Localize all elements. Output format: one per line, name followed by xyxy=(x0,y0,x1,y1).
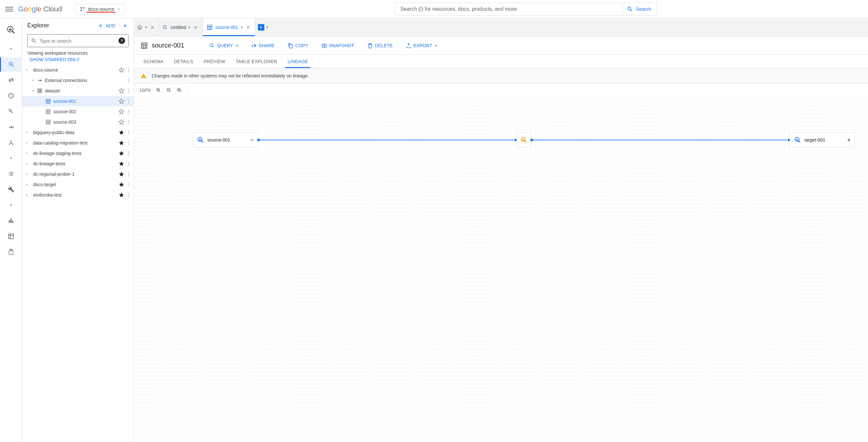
rail-dot-2[interactable] xyxy=(3,151,19,165)
left-nav-rail xyxy=(0,18,22,442)
zoom-out-button[interactable] xyxy=(166,87,172,93)
project-name: docs-source xyxy=(88,6,115,12)
close-icon[interactable] xyxy=(150,24,155,30)
svg-line-5 xyxy=(12,31,14,33)
more-vert-icon[interactable]: ⋮ xyxy=(125,78,132,83)
subtab-details[interactable]: DETAILS xyxy=(169,55,198,68)
bigquery-icon xyxy=(794,136,801,144)
home-tab[interactable]: ▾ xyxy=(134,18,158,36)
zoom-reset-button[interactable] xyxy=(177,87,182,93)
collapse-panel-button[interactable] xyxy=(119,23,129,29)
tree-table-source-003[interactable]: source-003 ⋮ xyxy=(22,117,134,127)
star-outline-icon[interactable] xyxy=(118,88,125,94)
tree-project[interactable]: bigquery-public-data⋮ xyxy=(22,127,134,138)
svg-rect-22 xyxy=(40,90,41,91)
rail-table[interactable] xyxy=(3,229,19,244)
subtab-table-explorer[interactable]: TABLE EXPLORER xyxy=(230,55,283,68)
tree-project[interactable]: emilsroka-test⋮ xyxy=(22,190,134,200)
collapse-node-button[interactable]: − xyxy=(250,137,254,144)
new-tab-button[interactable]: + xyxy=(258,24,265,31)
rail-migration[interactable] xyxy=(3,120,19,134)
star-outline-icon[interactable] xyxy=(118,119,125,125)
search-icon xyxy=(31,38,37,43)
chevron-down-icon[interactable]: ▾ xyxy=(266,25,268,29)
rail-lock[interactable] xyxy=(3,245,19,259)
search-button[interactable]: Search xyxy=(622,3,657,15)
explorer-search[interactable]: ? xyxy=(27,34,129,47)
export-button[interactable]: EXPORT ▾ xyxy=(406,43,437,49)
tree-project[interactable]: dc-regional-prober-1⋮ xyxy=(22,169,134,179)
rail-scheduled[interactable] xyxy=(3,89,19,103)
zoom-in-button[interactable] xyxy=(156,87,161,93)
global-search-input[interactable]: Search (/) for resources, docs, products… xyxy=(395,3,623,15)
lineage-node-target[interactable]: target-001 + xyxy=(790,132,855,148)
more-vert-icon[interactable]: ⋮ xyxy=(125,67,132,72)
menu-button[interactable] xyxy=(5,5,13,13)
tree-project[interactable]: dc-lineage-staging-tests⋮ xyxy=(22,148,134,159)
svg-line-7 xyxy=(11,111,12,112)
more-vert-icon[interactable]: ⋮ xyxy=(125,88,132,93)
project-selector[interactable]: docs-source xyxy=(75,4,125,14)
rail-bar-chart[interactable] xyxy=(3,214,19,228)
rail-wrench[interactable] xyxy=(3,182,19,197)
chevron-right-icon[interactable] xyxy=(30,78,36,82)
rail-analytics[interactable] xyxy=(3,104,19,119)
tree-table-source-001[interactable]: source-001 ⋮ xyxy=(22,96,134,106)
rail-dot-3[interactable] xyxy=(3,198,19,212)
more-vert-icon[interactable]: ⋮ xyxy=(125,99,132,104)
tree-table-source-002[interactable]: source-002 ⋮ xyxy=(22,106,134,117)
help-icon[interactable]: ? xyxy=(119,37,125,44)
copy-button[interactable]: COPY xyxy=(287,43,308,49)
snapshot-button[interactable]: SNAPSHOT xyxy=(321,43,354,49)
lineage-node-process[interactable] xyxy=(517,132,531,148)
more-vert-icon[interactable]: ⋮ xyxy=(125,120,132,125)
tree-project-docs-source[interactable]: docs-source ⋮ xyxy=(22,65,134,75)
lineage-canvas[interactable]: source-001 − target-001 + xyxy=(134,97,868,442)
star-outline-icon[interactable] xyxy=(118,98,125,104)
svg-rect-24 xyxy=(40,91,41,92)
chevron-down-icon[interactable] xyxy=(30,89,36,93)
rail-transfers[interactable] xyxy=(3,73,19,87)
google-cloud-logo[interactable]: Google Cloud xyxy=(18,5,62,13)
star-outline-icon[interactable] xyxy=(118,67,125,73)
query-button[interactable]: QUERY ▾ xyxy=(209,43,238,49)
show-starred-link[interactable]: SHOW STARRED ONLY xyxy=(22,56,134,65)
svg-point-10 xyxy=(10,140,11,141)
viewing-text: Viewing workspace resources. xyxy=(22,49,134,56)
rail-connections[interactable] xyxy=(3,135,19,150)
tab-source-001[interactable]: source-001 ▾ xyxy=(203,18,255,36)
svg-line-57 xyxy=(169,91,170,92)
share-button[interactable]: SHARE xyxy=(251,43,275,49)
close-icon[interactable] xyxy=(193,24,198,30)
chevron-down-icon[interactable]: ▾ xyxy=(241,25,243,29)
explorer-panel: Explorer ADD ? Viewing workspace resourc… xyxy=(22,18,134,442)
tree-project[interactable]: dc-lineage-tests⋮ xyxy=(22,159,134,169)
subtab-lineage[interactable]: LINEAGE xyxy=(282,55,313,68)
tree-dataset[interactable]: dataset ⋮ xyxy=(22,86,134,96)
more-vert-icon[interactable]: ⋮ xyxy=(125,109,132,114)
table-title: source-001 xyxy=(141,42,184,49)
subtab-schema[interactable]: SCHEMA xyxy=(138,55,169,68)
subtab-preview[interactable]: PREVIEW xyxy=(198,55,230,68)
close-icon[interactable] xyxy=(245,24,251,30)
tree-project[interactable]: data-catalog-migration-test⋮ xyxy=(22,138,134,148)
svg-line-66 xyxy=(799,141,800,143)
delete-button[interactable]: DELETE xyxy=(367,43,393,49)
tree-project[interactable]: docs-target⋮ xyxy=(22,179,134,190)
chevron-down-icon[interactable] xyxy=(24,68,30,72)
bigquery-icon[interactable] xyxy=(3,22,19,38)
rail-dot-1[interactable] xyxy=(3,42,19,56)
table-icon xyxy=(45,99,52,104)
tree-external-connections[interactable]: External connections ⋮ xyxy=(22,75,134,86)
rail-search[interactable] xyxy=(0,57,22,72)
expand-node-button[interactable]: + xyxy=(847,137,851,144)
explorer-title: Explorer xyxy=(27,22,49,29)
add-button[interactable]: ADD xyxy=(98,23,115,29)
chevron-down-icon[interactable]: ▾ xyxy=(188,25,190,29)
lineage-node-source[interactable]: source-001 − xyxy=(193,132,258,148)
star-outline-icon[interactable] xyxy=(118,109,125,115)
tab-untitled[interactable]: Untitled ▾ xyxy=(158,18,203,36)
rail-list[interactable] xyxy=(3,167,19,181)
chevron-down-icon[interactable]: ▾ xyxy=(145,25,147,29)
explorer-search-input[interactable] xyxy=(39,38,116,43)
